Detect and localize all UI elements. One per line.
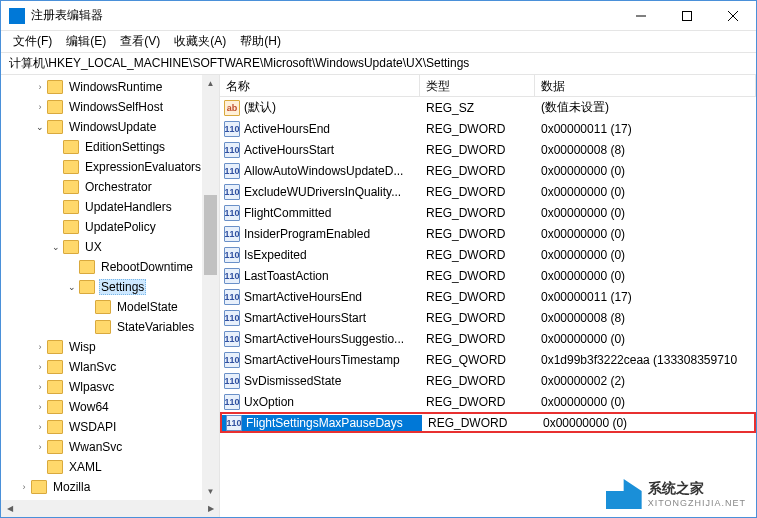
scroll-thumb[interactable] — [204, 195, 217, 275]
binary-value-icon: 110 — [224, 226, 240, 242]
menubar: 文件(F) 编辑(E) 查看(V) 收藏夹(A) 帮助(H) — [1, 31, 756, 53]
content: ›WindowsRuntime›WindowsSelfHost⌄WindowsU… — [1, 75, 756, 517]
value-row[interactable]: 110ActiveHoursEndREG_DWORD0x00000011 (17… — [220, 118, 756, 139]
tree-label: UpdateHandlers — [83, 200, 174, 214]
values-list: ab(默认)REG_SZ(数值未设置)110ActiveHoursEndREG_… — [220, 97, 756, 433]
value-row[interactable]: 110LastToastActionREG_DWORD0x00000000 (0… — [220, 265, 756, 286]
tree-item[interactable]: ›WindowsRuntime — [1, 77, 219, 97]
folder-icon — [47, 100, 63, 114]
value-type: REG_QWORD — [420, 353, 535, 367]
tree-item[interactable]: Orchestrator — [1, 177, 219, 197]
tree-item[interactable]: ⌄WindowsUpdate — [1, 117, 219, 137]
scroll-right-icon[interactable]: ▶ — [202, 500, 219, 517]
tree-item[interactable]: ExpressionEvaluators — [1, 157, 219, 177]
tree-item[interactable]: XAML — [1, 457, 219, 477]
value-data: 0x00000000 (0) — [535, 185, 756, 199]
scroll-left-icon[interactable]: ◀ — [1, 500, 18, 517]
maximize-button[interactable] — [664, 1, 710, 31]
value-name: FlightSettingsMaxPauseDays — [246, 416, 403, 430]
tree-item[interactable]: ⌄Settings — [1, 277, 219, 297]
tree-item[interactable]: ModelState — [1, 297, 219, 317]
tree-scrollbar-horizontal[interactable]: ◀ ▶ — [1, 500, 219, 517]
tree-item[interactable]: ›Wisp — [1, 337, 219, 357]
tree-item[interactable]: ›Wlpasvc — [1, 377, 219, 397]
watermark-sub: XITONGZHIJIA.NET — [648, 498, 746, 508]
tree-arrow-icon[interactable]: › — [33, 82, 47, 92]
tree-arrow-icon[interactable]: › — [33, 442, 47, 452]
value-row[interactable]: 110InsiderProgramEnabledREG_DWORD0x00000… — [220, 223, 756, 244]
tree-label: StateVariables — [115, 320, 196, 334]
value-name: ExcludeWUDriversInQuality... — [244, 185, 401, 199]
tree-item[interactable]: ›WSDAPI — [1, 417, 219, 437]
menu-file[interactable]: 文件(F) — [7, 31, 58, 52]
value-row[interactable]: 110SvDismissedStateREG_DWORD0x00000002 (… — [220, 370, 756, 391]
tree-arrow-icon[interactable]: › — [33, 402, 47, 412]
value-name: LastToastAction — [244, 269, 329, 283]
value-row[interactable]: 110SmartActiveHoursTimestampREG_QWORD0x1… — [220, 349, 756, 370]
value-type: REG_SZ — [420, 101, 535, 115]
tree-item[interactable]: RebootDowntime — [1, 257, 219, 277]
value-row[interactable]: ab(默认)REG_SZ(数值未设置) — [220, 97, 756, 118]
menu-help[interactable]: 帮助(H) — [234, 31, 287, 52]
addressbar[interactable]: 计算机\HKEY_LOCAL_MACHINE\SOFTWARE\Microsof… — [1, 53, 756, 75]
tree-arrow-icon[interactable]: › — [33, 382, 47, 392]
folder-icon — [63, 160, 79, 174]
binary-value-icon: 110 — [224, 373, 240, 389]
binary-value-icon: 110 — [224, 184, 240, 200]
maximize-icon — [682, 11, 692, 21]
tree-label: Orchestrator — [83, 180, 154, 194]
minimize-button[interactable] — [618, 1, 664, 31]
value-row[interactable]: 110FlightCommittedREG_DWORD0x00000000 (0… — [220, 202, 756, 223]
column-type[interactable]: 类型 — [420, 75, 535, 96]
tree-arrow-icon[interactable]: › — [17, 482, 31, 492]
close-button[interactable] — [710, 1, 756, 31]
tree-arrow-icon[interactable]: › — [33, 362, 47, 372]
tree-label: WSDAPI — [67, 420, 118, 434]
window-title: 注册表编辑器 — [31, 7, 618, 24]
tree-item[interactable]: ›Mozilla — [1, 477, 219, 497]
menu-edit[interactable]: 编辑(E) — [60, 31, 112, 52]
column-data[interactable]: 数据 — [535, 75, 756, 96]
tree-label: Mozilla — [51, 480, 92, 494]
binary-value-icon: 110 — [224, 331, 240, 347]
tree-item[interactable]: StateVariables — [1, 317, 219, 337]
tree-item[interactable]: EditionSettings — [1, 137, 219, 157]
value-row[interactable]: 110ExcludeWUDriversInQuality...REG_DWORD… — [220, 181, 756, 202]
value-name: AllowAutoWindowsUpdateD... — [244, 164, 403, 178]
tree-item[interactable]: ›Wow64 — [1, 397, 219, 417]
tree-item[interactable]: ⌄UX — [1, 237, 219, 257]
value-row[interactable]: 110FlightSettingsMaxPauseDaysREG_DWORD0x… — [220, 412, 756, 433]
tree-arrow-icon[interactable]: ⌄ — [49, 242, 63, 252]
value-data: 0x00000000 (0) — [535, 206, 756, 220]
value-row[interactable]: 110UxOptionREG_DWORD0x00000000 (0) — [220, 391, 756, 412]
scroll-up-icon[interactable]: ▲ — [202, 75, 219, 92]
tree-arrow-icon[interactable]: ⌄ — [33, 122, 47, 132]
scroll-down-icon[interactable]: ▼ — [202, 483, 219, 500]
tree-item[interactable]: ›WindowsSelfHost — [1, 97, 219, 117]
tree-arrow-icon[interactable]: ⌄ — [65, 282, 79, 292]
value-row[interactable]: 110AllowAutoWindowsUpdateD...REG_DWORD0x… — [220, 160, 756, 181]
binary-value-icon: 110 — [224, 121, 240, 137]
folder-icon — [79, 280, 95, 294]
folder-icon — [47, 120, 63, 134]
tree-item[interactable]: ›WwanSvc — [1, 437, 219, 457]
value-row[interactable]: 110SmartActiveHoursSuggestio...REG_DWORD… — [220, 328, 756, 349]
value-row[interactable]: 110SmartActiveHoursStartREG_DWORD0x00000… — [220, 307, 756, 328]
tree-item[interactable]: UpdatePolicy — [1, 217, 219, 237]
tree-arrow-icon[interactable]: › — [33, 342, 47, 352]
tree-item[interactable]: ›WlanSvc — [1, 357, 219, 377]
tree-label: XAML — [67, 460, 104, 474]
tree-arrow-icon[interactable]: › — [33, 422, 47, 432]
value-row[interactable]: 110ActiveHoursStartREG_DWORD0x00000008 (… — [220, 139, 756, 160]
value-name: FlightCommitted — [244, 206, 331, 220]
column-name[interactable]: 名称 — [220, 75, 420, 96]
tree-scrollbar-vertical[interactable]: ▲ ▼ — [202, 75, 219, 500]
folder-icon — [47, 80, 63, 94]
value-data: (数值未设置) — [535, 99, 756, 116]
tree-arrow-icon[interactable]: › — [33, 102, 47, 112]
menu-favorites[interactable]: 收藏夹(A) — [168, 31, 232, 52]
value-row[interactable]: 110IsExpeditedREG_DWORD0x00000000 (0) — [220, 244, 756, 265]
menu-view[interactable]: 查看(V) — [114, 31, 166, 52]
tree-item[interactable]: UpdateHandlers — [1, 197, 219, 217]
value-row[interactable]: 110SmartActiveHoursEndREG_DWORD0x0000001… — [220, 286, 756, 307]
